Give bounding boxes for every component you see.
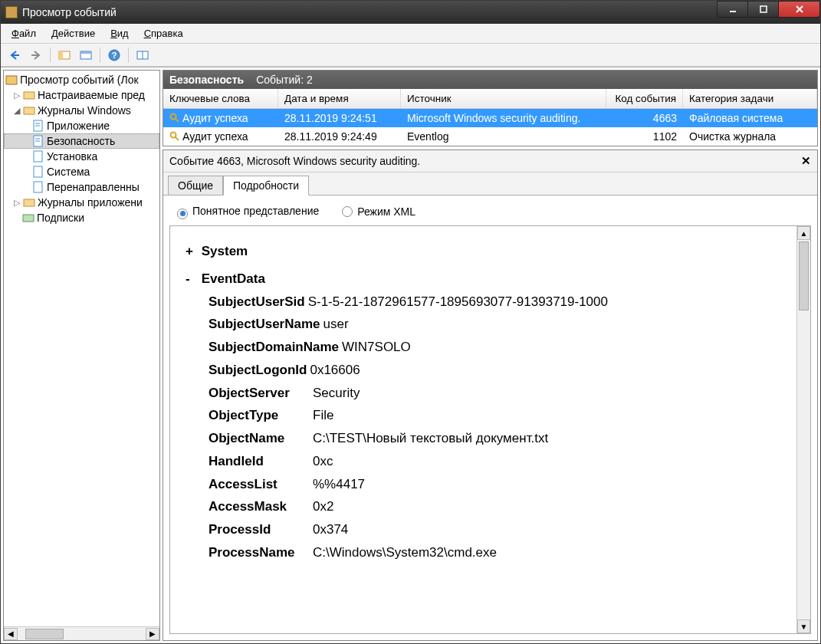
data-row: SubjectLogonId0x16606	[209, 359, 790, 382]
properties-button[interactable]	[77, 47, 95, 64]
row-datetime: 28.11.2019 9:24:51	[278, 110, 401, 126]
data-value: 0xc	[313, 450, 333, 473]
tree-system[interactable]: Система	[4, 164, 159, 179]
row-event-id: 1102	[606, 129, 683, 144]
menu-action[interactable]: Действие	[45, 26, 101, 41]
maximize-button[interactable]	[747, 1, 778, 18]
log-icon	[32, 135, 44, 147]
event-row[interactable]: Аудит успеха 28.11.2019 9:24:49 Eventlog…	[163, 127, 817, 146]
tab-content: Понятное представление Режим XML + Syste…	[163, 196, 817, 640]
help-button[interactable]: ?	[105, 47, 123, 64]
scroll-up-icon[interactable]: ▲	[797, 226, 810, 240]
svg-rect-16	[24, 107, 34, 114]
col-event-id[interactable]: Код события	[606, 89, 683, 108]
svg-rect-7	[59, 51, 63, 59]
tree-subscriptions[interactable]: Подписки	[4, 210, 159, 225]
row-keywords: Аудит успеха	[182, 112, 248, 124]
menu-file[interactable]: Файл	[5, 26, 42, 41]
tree-app-label: Приложение	[47, 120, 110, 132]
subscriptions-icon	[22, 212, 34, 224]
eventdata-section[interactable]: - EventData	[186, 268, 790, 291]
svg-text:?: ?	[112, 51, 117, 60]
tree-custom-views[interactable]: ▷ Настраиваемые пред	[4, 87, 159, 103]
tree-setup-label: Установка	[47, 150, 97, 163]
row-keywords: Аудит успеха	[182, 130, 248, 143]
data-row: SubjectUserSidS-1-5-21-1872961577-189569…	[209, 291, 790, 314]
window-title: Просмотр событий	[22, 6, 117, 18]
tree-winlogs-label: Журналы Windows	[38, 104, 131, 117]
close-button[interactable]	[778, 1, 820, 18]
system-section[interactable]: + System	[186, 240, 790, 263]
data-value: S-1-5-21-1872961577-1895693077-91393719-…	[308, 291, 608, 314]
detail-tabs: Общие Подробности	[163, 172, 817, 196]
col-datetime[interactable]: Дата и время	[278, 89, 401, 108]
detail-vertical-scrollbar[interactable]: ▲ ▼	[796, 226, 810, 633]
show-hide-tree-button[interactable]	[55, 47, 74, 64]
scroll-right-icon[interactable]: ▶	[146, 628, 159, 640]
event-list-panel: Безопасность Событий: 2 Ключевые слова Д…	[163, 70, 818, 146]
event-detail-panel: Событие 4663, Microsoft Windows security…	[163, 150, 818, 641]
event-viewer-window: Просмотр событий Файл Действие Вид Справ…	[0, 0, 821, 644]
collapse-icon[interactable]: -	[186, 268, 198, 291]
tree-setup[interactable]: Установка	[4, 149, 159, 164]
minimize-button[interactable]	[717, 1, 747, 18]
folder-icon	[23, 196, 35, 209]
folder-icon	[23, 89, 35, 101]
radio-icon	[342, 206, 353, 217]
log-icon	[32, 166, 44, 178]
row-source: Eventlog	[401, 129, 606, 144]
svg-rect-15	[24, 92, 34, 99]
data-row: ObjectNameC:\TEST\Новый текстовый докуме…	[209, 427, 790, 450]
svg-rect-25	[34, 182, 42, 192]
col-category[interactable]: Категория задачи	[683, 89, 817, 108]
menu-view[interactable]: Вид	[104, 26, 135, 41]
expand-icon[interactable]: +	[186, 240, 198, 263]
menu-help[interactable]: Справка	[138, 26, 189, 41]
tree-security[interactable]: Безопасность	[4, 133, 159, 149]
radio-icon	[177, 209, 188, 219]
tree-windows-logs[interactable]: ◢ Журналы Windows	[4, 103, 159, 118]
svg-rect-9	[80, 51, 91, 54]
row-event-id: 4663	[606, 110, 683, 126]
menubar: Файл Действие Вид Справка	[1, 24, 820, 44]
scroll-left-icon[interactable]: ◀	[4, 628, 18, 640]
log-icon	[32, 120, 44, 132]
radio-friendly-view[interactable]: Понятное представление	[177, 205, 319, 218]
forward-button[interactable]	[27, 47, 45, 64]
row-source: Microsoft Windows security auditing.	[401, 110, 606, 126]
collapse-icon[interactable]: ◢	[12, 106, 21, 116]
data-row: SubjectDomainNameWIN7SOLO	[209, 336, 790, 359]
tree-app-logs[interactable]: ▷ Журналы приложени	[4, 195, 159, 210]
tree-application[interactable]: Приложение	[4, 118, 159, 133]
col-source[interactable]: Источник	[401, 89, 606, 108]
tab-details[interactable]: Подробности	[223, 176, 309, 196]
back-button[interactable]	[5, 47, 24, 64]
tree-horizontal-scrollbar[interactable]: ◀ ▶	[4, 626, 159, 640]
row-datetime: 28.11.2019 9:24:49	[278, 129, 401, 144]
event-row[interactable]: Аудит успеха 28.11.2019 9:24:51 Microsof…	[163, 109, 817, 127]
view-options: Понятное представление Режим XML	[169, 202, 811, 225]
svg-rect-27	[23, 215, 34, 222]
data-row: ProcessNameC:\Windows\System32\cmd.exe	[209, 541, 790, 564]
toolbar: ?	[1, 44, 820, 67]
tree-system-label: Система	[47, 166, 90, 178]
expand-icon[interactable]: ▷	[12, 90, 21, 100]
main-pane: Безопасность Событий: 2 Ключевые слова Д…	[163, 70, 818, 641]
event-data-content[interactable]: + System - EventData SubjectUserSidS-1-5…	[170, 226, 796, 633]
expand-icon[interactable]: ▷	[12, 198, 21, 208]
radio-xml-view[interactable]: Режим XML	[342, 205, 415, 218]
data-value: C:\TEST\Новый текстовый документ.txt	[313, 427, 548, 450]
tree-root[interactable]: Просмотр событий (Лок	[4, 72, 159, 87]
svg-line-29	[175, 118, 179, 122]
titlebar[interactable]: Просмотр событий	[1, 1, 820, 24]
scroll-thumb[interactable]	[799, 242, 809, 310]
tab-general[interactable]: Общие	[168, 176, 223, 195]
svg-line-31	[175, 136, 179, 140]
scroll-thumb[interactable]	[25, 629, 64, 639]
tree-forwarded[interactable]: Перенаправленны	[4, 179, 159, 195]
scroll-down-icon[interactable]: ▼	[797, 619, 810, 633]
detail-close-button[interactable]: ✕	[801, 154, 811, 168]
col-keywords[interactable]: Ключевые слова	[163, 89, 278, 108]
extra-pane-button[interactable]	[133, 47, 152, 64]
tree-custom-label: Настраиваемые пред	[38, 89, 145, 101]
